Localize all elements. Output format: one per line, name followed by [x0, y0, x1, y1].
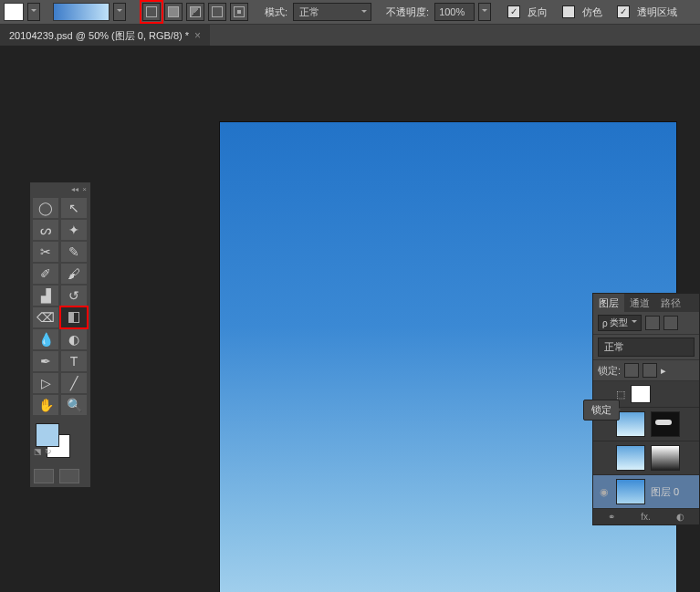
layer-name[interactable]: 图层 0	[651, 485, 679, 499]
swap-colors-icon[interactable]: ⬔ ↻	[34, 447, 52, 456]
dither-checkbox[interactable]	[562, 5, 575, 18]
layer-mask-thumb[interactable]	[651, 445, 680, 471]
gradient-linear[interactable]	[142, 3, 161, 21]
layers-footer: ⚭ fx. ◐	[593, 509, 699, 524]
layer-item[interactable]	[593, 441, 699, 475]
hand-tool[interactable]: ✋	[33, 395, 58, 415]
lock-label: 锁定:	[598, 364, 621, 378]
type-tool[interactable]: T	[61, 351, 87, 371]
layer-mask-thumb[interactable]	[631, 385, 651, 403]
visibility-icon[interactable]: ◉	[598, 486, 611, 498]
foreground-swatch[interactable]	[4, 3, 24, 21]
toolbox: ◂◂× ◯ ↖ ᔕ ✦ ✂ ✎ ✐ 🖌 ▟ ↺ ⌫ 💧 ◐ ✒ T ▷ ╱ ✋ …	[29, 182, 91, 488]
pen-tool[interactable]: ✒	[33, 351, 58, 371]
mode-label: 模式:	[265, 5, 287, 19]
chevron-icon: ▸	[661, 365, 666, 377]
brush-tool[interactable]: 🖌	[61, 264, 87, 284]
crop-tool[interactable]: ✂	[33, 242, 58, 262]
panel-tabs: 图层 通道 路径	[593, 294, 699, 312]
filter-label: 类型	[610, 317, 628, 329]
gradient-reflected[interactable]	[208, 3, 226, 21]
quickmask-icon[interactable]	[34, 469, 54, 483]
transparency-checkbox[interactable]	[617, 5, 630, 18]
layer-blend-value: 正常	[604, 341, 624, 352]
lock-row: 锁定: ▸	[593, 360, 699, 381]
color-picker: ⬔ ↻	[30, 418, 90, 465]
document-tabbar: 20104239.psd @ 50% (图层 0, RGB/8) * ×	[0, 25, 700, 47]
mask-icon[interactable]: ◐	[676, 512, 684, 522]
opacity-value: 100%	[439, 6, 465, 17]
blend-mode-select[interactable]: 正常	[293, 3, 371, 21]
gradient-tool[interactable]	[61, 307, 87, 327]
lock-transparent-icon[interactable]	[624, 363, 639, 378]
options-bar: 模式: 正常 不透明度: 100% 反向 仿色 透明区域	[0, 0, 700, 25]
close-icon[interactable]: ×	[82, 185, 87, 193]
history-brush-tool[interactable]: ↺	[61, 286, 87, 306]
document-tab-title: 20104239.psd @ 50% (图层 0, RGB/8) *	[9, 29, 189, 43]
magic-wand-tool[interactable]: ✦	[61, 220, 87, 240]
lasso-tool[interactable]: ᔕ	[33, 220, 58, 240]
gradient-radial[interactable]	[164, 3, 183, 21]
tool-grid: ◯ ↖ ᔕ ✦ ✂ ✎ ✐ 🖌 ▟ ↺ ⌫ 💧 ◐ ✒ T ▷ ╱ ✋ 🔍	[30, 195, 90, 418]
layer-filter-row: ρ类型	[593, 312, 699, 335]
stamp-tool[interactable]: ▟	[33, 286, 58, 306]
filter-adjust-icon[interactable]	[663, 316, 678, 330]
close-icon[interactable]: ×	[194, 29, 201, 42]
filter-pixel-icon[interactable]	[645, 316, 660, 330]
lock-paint-icon[interactable]	[643, 363, 657, 378]
toolbox-header[interactable]: ◂◂×	[30, 182, 90, 195]
transparency-label: 透明区域	[637, 5, 677, 19]
screenmode-icon[interactable]	[59, 469, 79, 483]
blend-row: 正常	[593, 335, 699, 360]
link-layers-icon[interactable]: ⚭	[608, 512, 615, 522]
eraser-tool[interactable]: ⌫	[33, 307, 58, 327]
reverse-label: 反向	[528, 5, 548, 19]
marquee-tool[interactable]: ◯	[33, 198, 58, 218]
gradient-dropdown[interactable]	[113, 3, 126, 21]
blur-tool[interactable]: 💧	[33, 329, 58, 349]
screen-mode	[30, 465, 90, 487]
filter-type-select[interactable]: ρ类型	[598, 315, 642, 331]
foreground-color[interactable]	[36, 423, 59, 447]
layer-thumb[interactable]	[616, 445, 645, 471]
zoom-tool[interactable]: 🔍	[61, 395, 87, 415]
tooltip-lock: 锁定	[583, 400, 620, 421]
path-select-tool[interactable]: ▷	[33, 373, 58, 393]
move-tool[interactable]: ↖	[61, 198, 87, 218]
dodge-tool[interactable]: ◐	[61, 329, 87, 349]
tab-paths[interactable]: 路径	[655, 294, 686, 312]
opacity-label: 不透明度:	[386, 5, 429, 19]
opacity-input[interactable]: 100%	[434, 3, 475, 21]
tab-channels[interactable]: 通道	[624, 294, 655, 312]
gradient-diamond[interactable]	[230, 3, 248, 21]
eyedropper-tool[interactable]: ✎	[61, 242, 87, 262]
gradient-preview[interactable]	[53, 3, 110, 21]
line-tool[interactable]: ╱	[61, 373, 87, 393]
healing-tool[interactable]: ✐	[33, 264, 58, 284]
swatch-dropdown[interactable]	[27, 3, 40, 21]
workspace: ◂◂× ◯ ↖ ᔕ ✦ ✂ ✎ ✐ 🖌 ▟ ↺ ⌫ 💧 ◐ ✒ T ▷ ╱ ✋ …	[0, 46, 700, 592]
fx-icon[interactable]: fx.	[641, 512, 651, 522]
gradient-angle[interactable]	[186, 3, 204, 21]
layer-thumb[interactable]	[616, 411, 645, 437]
layer-mask-thumb[interactable]	[651, 411, 680, 437]
layer-blend-select[interactable]: 正常	[598, 338, 695, 357]
opacity-dropdown[interactable]	[478, 3, 491, 21]
dither-label: 仿色	[582, 5, 602, 19]
tooltip-text: 锁定	[591, 404, 611, 415]
tab-layers[interactable]: 图层	[593, 294, 624, 312]
document-tab[interactable]: 20104239.psd @ 50% (图层 0, RGB/8) * ×	[0, 25, 210, 47]
layer-item[interactable]: ◉ 图层 0	[593, 475, 699, 509]
blend-mode-value: 正常	[299, 5, 319, 19]
collapse-icon[interactable]: ◂◂	[71, 185, 78, 193]
layer-thumb[interactable]	[616, 479, 645, 504]
link-icon: ⬚	[616, 389, 625, 400]
search-icon: ρ	[602, 318, 608, 328]
reverse-checkbox[interactable]	[507, 5, 520, 18]
